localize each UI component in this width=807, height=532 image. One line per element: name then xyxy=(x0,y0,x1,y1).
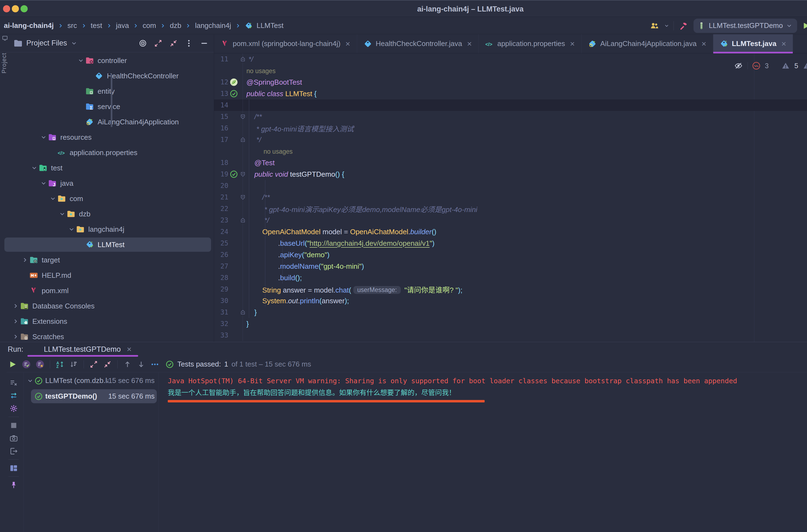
code-line-20[interactable]: 20 xyxy=(214,180,807,191)
tree-item-extensions[interactable]: Extensions xyxy=(0,314,214,329)
breadcrumb-item[interactable]: com xyxy=(143,21,156,30)
editor-tab-5[interactable]: LLMTest.java× xyxy=(713,34,793,53)
warning-triangle-icon[interactable] xyxy=(781,62,790,70)
run-configuration-selector[interactable]: LLMTest.testGPTDemo xyxy=(694,19,797,33)
breadcrumb-item[interactable]: langchain4j xyxy=(195,21,231,30)
code-line-30[interactable]: 30 System.out.println(answer); xyxy=(214,295,807,306)
code-line-14[interactable]: 14 xyxy=(214,99,807,111)
down-button[interactable] xyxy=(135,358,147,370)
tree-chevron[interactable] xyxy=(58,211,67,217)
test-result-row[interactable]: LLMTest (com.dzb.la15 sec 676 ms xyxy=(24,373,159,388)
editor-tab-2[interactable]: HealthCheckController.java× xyxy=(357,34,479,53)
editor-tab-4[interactable]: AiLangChain4jApplication.java× xyxy=(582,34,713,53)
maximize-window-button[interactable] xyxy=(21,5,28,12)
error-badge-icon[interactable] xyxy=(752,62,760,70)
breadcrumb-item[interactable]: test xyxy=(91,21,102,30)
warning-triangle-icon[interactable] xyxy=(803,62,807,70)
code-line-27[interactable]: 27 .modelName("gpt-4o-mini") xyxy=(214,261,807,272)
fold-marker[interactable] xyxy=(239,137,246,142)
tree-item-java[interactable]: Jjava xyxy=(0,176,214,191)
pin-button[interactable] xyxy=(7,479,20,492)
editor-tab-3[interactable]: </>application.properties× xyxy=(479,34,582,53)
fold-marker[interactable] xyxy=(239,217,246,223)
code-line-21[interactable]: 21 /** xyxy=(214,191,807,203)
collapse-all-icon[interactable] xyxy=(169,39,178,48)
tree-item-application-properties[interactable]: </>application.properties xyxy=(0,145,214,160)
tree-item-healthcheckcontroller[interactable]: HealthCheckController xyxy=(0,68,214,83)
run-tab[interactable]: LLMTest.testGPTDemo × xyxy=(32,342,132,356)
list-x-button[interactable] xyxy=(7,376,20,389)
close-icon[interactable]: × xyxy=(781,39,786,49)
code-line-32[interactable]: 32} xyxy=(214,318,807,329)
minimize-window-button[interactable] xyxy=(12,5,19,12)
tree-chevron[interactable] xyxy=(76,58,86,63)
close-icon[interactable]: × xyxy=(701,39,707,49)
tree-item-langchain4j[interactable]: langchain4j xyxy=(0,222,214,237)
close-icon[interactable]: × xyxy=(127,345,132,354)
up-button[interactable] xyxy=(122,358,133,370)
tree-chevron[interactable] xyxy=(30,165,39,171)
code-line-25[interactable]: 25 .baseUrl("http://langchain4j.dev/demo… xyxy=(214,238,807,249)
sidebar-item-project[interactable]: Project xyxy=(1,43,8,73)
code-line-15[interactable]: 15 /** xyxy=(214,111,807,122)
tree-item-target[interactable]: target xyxy=(0,252,214,268)
sort-alpha-button[interactable]: AZ xyxy=(54,358,66,370)
tree-chevron[interactable] xyxy=(26,378,34,384)
sort-button[interactable] xyxy=(68,358,80,370)
tree-item-llmtest[interactable]: LLMTest xyxy=(0,237,214,252)
tree-item-test[interactable]: test xyxy=(0,160,214,176)
code-line-26[interactable]: 26 .apiKey("demo") xyxy=(214,249,807,261)
breadcrumb-root[interactable]: ai-lang-chain4j xyxy=(4,21,54,30)
code-line-33[interactable]: 33 xyxy=(214,329,807,341)
code-line-29[interactable]: 29 String answer = model.chat(userMessag… xyxy=(214,284,807,295)
expand-all-icon[interactable] xyxy=(153,39,163,48)
fold-marker[interactable] xyxy=(239,114,246,119)
fold-marker[interactable] xyxy=(239,171,246,177)
tree-item-entity[interactable]: entity xyxy=(0,83,214,99)
tree-item-dzb[interactable]: dzb xyxy=(0,206,214,222)
users-icon[interactable] xyxy=(649,22,660,30)
project-scrollbar[interactable] xyxy=(111,74,112,127)
camera-button[interactable] xyxy=(7,432,20,444)
tree-item-database-consoles[interactable]: Database Consoles xyxy=(0,298,214,314)
build-hammer-icon[interactable] xyxy=(678,22,689,30)
hide-panel-icon[interactable] xyxy=(200,39,209,48)
fold-marker[interactable] xyxy=(239,309,246,315)
square-button[interactable] xyxy=(7,419,20,432)
close-icon[interactable]: × xyxy=(467,39,472,49)
close-icon[interactable]: × xyxy=(570,39,575,49)
code-line-13[interactable]: 13public class LLMTest { xyxy=(214,88,807,99)
code-line-23[interactable]: 23 */ xyxy=(214,214,807,226)
tree-chevron[interactable] xyxy=(39,180,48,186)
editor-tab-1[interactable]: pom.xml (springboot-lang-chain4j)× xyxy=(214,34,357,53)
collapse-all-button[interactable] xyxy=(102,358,113,370)
code-line-16[interactable]: 16 * gpt-4o-mini语言模型接入测试 xyxy=(214,122,807,134)
swap-button[interactable] xyxy=(7,389,20,402)
project-view-selector[interactable]: Project Files xyxy=(26,39,67,48)
tree-item-scratches[interactable]: Scratches xyxy=(0,329,214,342)
code-line-24[interactable]: 24 OpenAiChatModel model = OpenAiChatMod… xyxy=(214,226,807,238)
code-line-31[interactable]: 31 } xyxy=(214,306,807,318)
filter-passed-button[interactable] xyxy=(20,358,32,370)
fold-marker[interactable] xyxy=(239,194,246,200)
tree-chevron[interactable] xyxy=(11,334,20,340)
spring-bean-icon[interactable] xyxy=(228,78,239,86)
test-passed-gutter-icon[interactable] xyxy=(228,90,239,98)
breadcrumb-item[interactable]: src xyxy=(68,21,77,30)
test-passed-gutter-icon[interactable] xyxy=(228,170,239,178)
close-icon[interactable]: × xyxy=(345,39,350,49)
tree-item-resources[interactable]: resources xyxy=(0,130,214,145)
reader-mode-eye-off-icon[interactable] xyxy=(734,62,743,70)
tree-chevron[interactable] xyxy=(67,226,76,232)
code-editor[interactable]: 11 */no usages12@SpringBootTest13public … xyxy=(214,53,807,342)
tree-chevron[interactable] xyxy=(39,134,48,140)
code-line-19[interactable]: 19 public void testGPTDemo() { xyxy=(214,169,807,180)
close-window-button[interactable] xyxy=(3,5,10,12)
tree-chevron[interactable] xyxy=(48,195,58,202)
tree-item-controller[interactable]: controller xyxy=(0,53,214,68)
code-line-22[interactable]: 22 * gpt-4o-mini演示apiKey必须是demo,modelNam… xyxy=(214,203,807,214)
code-line-28[interactable]: 28 .build(); xyxy=(214,272,807,284)
tree-item-service[interactable]: Σservice xyxy=(0,99,214,114)
play-button[interactable] xyxy=(6,358,19,370)
breadcrumb-item[interactable]: dzb xyxy=(170,21,181,30)
